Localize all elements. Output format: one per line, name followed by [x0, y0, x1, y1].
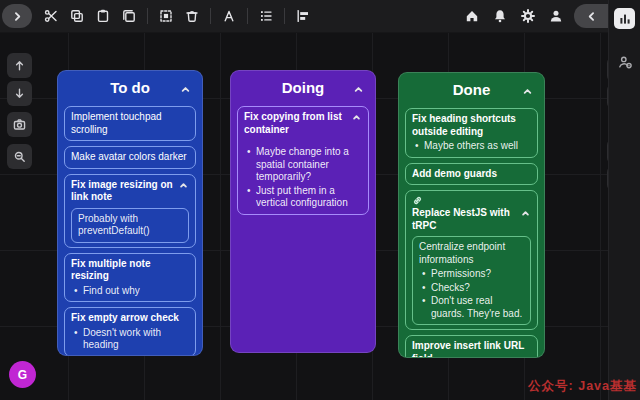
- sub-note-card[interactable]: Probably with preventDefault(): [71, 208, 189, 243]
- select-all-button[interactable]: [154, 4, 178, 28]
- person-gear-icon: [617, 54, 633, 70]
- card-title: Fix heading shortcuts outside editing: [412, 113, 531, 138]
- account-icon: [548, 8, 564, 24]
- toolbar-left-group: [39, 4, 315, 28]
- sub-card-text: Centralize endpoint informations: [419, 241, 524, 266]
- note-card[interactable]: Fix multiple note resizingFind out why: [64, 253, 196, 303]
- column-header[interactable]: To do: [64, 75, 196, 101]
- settings-button[interactable]: [516, 4, 540, 28]
- toolbar-divider: [247, 8, 248, 24]
- cut-icon: [43, 8, 59, 24]
- home-button[interactable]: [460, 4, 484, 28]
- user-avatar[interactable]: G: [9, 361, 36, 388]
- bullet-list-icon: [258, 8, 274, 24]
- chevron-up-icon[interactable]: [352, 83, 365, 96]
- toolbar-divider: [210, 8, 211, 24]
- card-title: Implement touchpad scrolling: [71, 111, 189, 136]
- card-title: Fix empty arrow check: [71, 312, 189, 325]
- home-icon: [464, 8, 480, 24]
- expand-toolbar-button[interactable]: [2, 4, 32, 28]
- note-card[interactable]: Implement touchpad scrolling: [64, 106, 196, 141]
- watermark-text: 公众号: Java基基: [528, 378, 637, 395]
- note-card[interactable]: Make avatar colors darker: [64, 146, 196, 169]
- duplicate-icon: [121, 8, 137, 24]
- copy-icon: [69, 8, 85, 24]
- toolbar-right-group: [460, 4, 568, 28]
- link-icon: [412, 195, 531, 206]
- notifications-icon: [492, 8, 508, 24]
- arrow-up-button[interactable]: [7, 53, 32, 78]
- user-settings-button[interactable]: [614, 51, 635, 72]
- note-card[interactable]: Fix image resizing on link note Probably…: [64, 174, 196, 248]
- toolbar-divider: [284, 8, 285, 24]
- paste-button[interactable]: [91, 4, 115, 28]
- card-title: Fix copying from list container: [244, 111, 348, 136]
- bullet-list: Doesn't work with heading: [71, 327, 189, 352]
- column-title: Doing: [237, 75, 369, 101]
- app-window: 90% To do Implement touchpad scrollingMa…: [0, 0, 640, 400]
- card-title: Fix image resizing on link note: [71, 179, 175, 204]
- top-toolbar: [0, 0, 608, 33]
- card-title: Replace NestJS with tRPC: [412, 207, 517, 232]
- column-title: Done: [405, 77, 538, 103]
- sub-card-text: Probably with preventDefault(): [78, 213, 182, 238]
- text-button[interactable]: [217, 4, 241, 28]
- column-header[interactable]: Done: [405, 77, 538, 103]
- chevron-up-icon[interactable]: [520, 208, 531, 219]
- note-card[interactable]: Add demo guards: [405, 163, 538, 186]
- arrow-down-icon: [12, 86, 27, 101]
- text-icon: [221, 8, 237, 24]
- note-card[interactable]: Fix empty arrow checkDoesn't work with h…: [64, 307, 196, 356]
- copy-button[interactable]: [65, 4, 89, 28]
- chevron-up-icon[interactable]: [179, 83, 192, 96]
- note-card[interactable]: Fix copying from list containerMaybe cha…: [237, 106, 369, 215]
- paste-icon: [95, 8, 111, 24]
- chevron-left-icon: [584, 9, 599, 24]
- settings-icon: [520, 8, 536, 24]
- duplicate-button[interactable]: [117, 4, 141, 28]
- cut-button[interactable]: [39, 4, 63, 28]
- bullet-item: Maybe others as well: [412, 140, 531, 153]
- bullet-list: Find out why: [71, 285, 189, 298]
- bullet-item: Maybe change into a spatial container te…: [244, 146, 362, 184]
- align-left-button[interactable]: [291, 4, 315, 28]
- bullet-list: Permissions?Checks?Don't use real guards…: [419, 268, 524, 320]
- column-done[interactable]: Done Fix heading shortcuts outside editi…: [398, 72, 545, 358]
- bullet-item: Don't use real guards. They're bad.: [419, 295, 524, 320]
- collapse-panel-button[interactable]: [574, 4, 608, 28]
- camera-button[interactable]: [7, 112, 32, 137]
- arrow-down-button[interactable]: [7, 81, 32, 106]
- note-card[interactable]: Replace NestJS with tRPC Centralize endp…: [405, 190, 538, 330]
- chevron-up-icon[interactable]: [178, 180, 189, 191]
- select-all-icon: [158, 8, 174, 24]
- chevron-up-icon[interactable]: [521, 85, 534, 98]
- bar-chart-icon: [617, 11, 633, 27]
- card-title: Make avatar colors darker: [71, 151, 189, 164]
- delete-button[interactable]: [180, 4, 204, 28]
- camera-icon: [12, 117, 27, 132]
- bullet-item: Find out why: [71, 285, 189, 298]
- column-to-do[interactable]: To do Implement touchpad scrollingMake a…: [57, 70, 203, 356]
- bullet-item: Just put them in a vertical configuratio…: [244, 185, 362, 210]
- delete-icon: [184, 8, 200, 24]
- account-button[interactable]: [544, 4, 568, 28]
- column-doing[interactable]: Doing Fix copying from list containerMay…: [230, 70, 376, 353]
- bullet-list: Maybe change into a spatial container te…: [244, 146, 362, 210]
- note-card[interactable]: Improve insert link URL field: [405, 335, 538, 358]
- card-title: Improve insert link URL field: [412, 340, 531, 358]
- arrow-up-icon: [12, 58, 27, 73]
- column-header[interactable]: Doing: [237, 75, 369, 101]
- bullet-item: Checks?: [419, 282, 524, 295]
- notifications-button[interactable]: [488, 4, 512, 28]
- zoom-area-button[interactable]: [7, 144, 32, 169]
- chevron-up-icon[interactable]: [351, 112, 362, 123]
- align-left-icon: [295, 8, 311, 24]
- sub-note-card[interactable]: Centralize endpoint informationsPermissi…: [412, 236, 531, 325]
- bullet-list-button[interactable]: [254, 4, 278, 28]
- right-sidebar-strip: [608, 0, 640, 400]
- card-title: Add demo guards: [412, 168, 531, 181]
- board-panel-button[interactable]: [614, 8, 635, 29]
- note-card[interactable]: Fix heading shortcuts outside editingMay…: [405, 108, 538, 158]
- chevron-right-icon: [10, 9, 25, 24]
- column-title: To do: [64, 75, 196, 101]
